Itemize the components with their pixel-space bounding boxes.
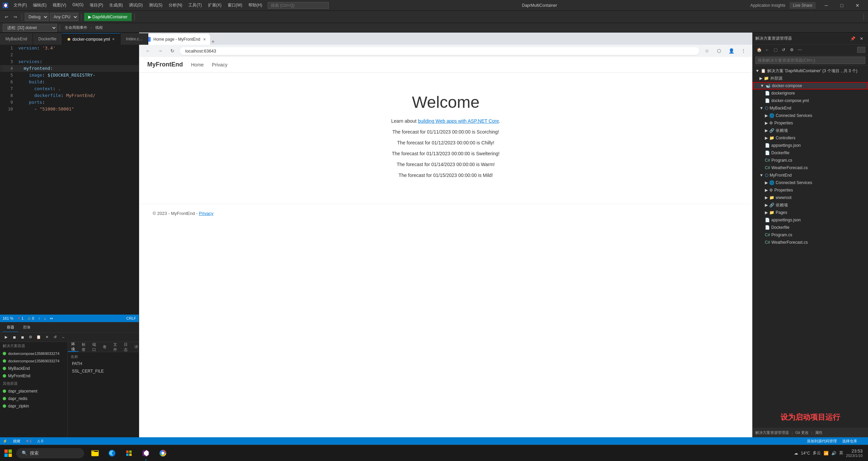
menu-git[interactable]: Git(G) xyxy=(70,2,86,9)
nav-link-home[interactable]: Home xyxy=(191,62,204,67)
se-search-small[interactable] xyxy=(857,47,865,53)
undo-btn[interactable]: ↩ xyxy=(3,13,10,21)
se-mybackend-properties[interactable]: ▶ ⚙ Properties xyxy=(753,119,868,127)
se-search-input[interactable] xyxy=(755,57,865,64)
refresh-btn[interactable]: ↺ xyxy=(52,334,58,341)
se-pin-btn[interactable]: 📌 xyxy=(849,35,856,42)
tab-containers[interactable]: 容器 xyxy=(3,323,18,332)
se-myfrontend-dockerfile[interactable]: 📄 Dockerfile xyxy=(753,224,868,231)
se-mybackend-project[interactable]: ▼ ⬡ MyBackEnd xyxy=(753,104,868,112)
nav-link-privacy[interactable]: Privacy xyxy=(212,62,227,67)
copy-btn[interactable]: 📋 xyxy=(35,334,42,341)
se-mybackend-dockerfile[interactable]: 📄 Dockerfile xyxy=(753,149,868,157)
tab-files[interactable]: 文件 xyxy=(110,342,120,352)
address-bar[interactable] xyxy=(180,47,699,55)
minimize-button[interactable]: ─ xyxy=(818,0,834,11)
refresh-button[interactable]: ↻ xyxy=(168,46,177,56)
bookmark-button[interactable]: ☆ xyxy=(702,46,712,56)
cpu-dropdown[interactable]: Any CPU xyxy=(50,13,78,21)
se-home-btn[interactable]: 🏠 xyxy=(755,46,763,54)
se-more-btn[interactable]: ⋯ xyxy=(796,46,804,54)
se-mybackend-program[interactable]: C# Program.cs xyxy=(753,157,868,164)
taskbar-edge[interactable] xyxy=(104,445,120,461)
se-dockerignore[interactable]: 📄 dockerignore xyxy=(753,89,868,97)
taskbar-visual-studio[interactable] xyxy=(138,445,154,461)
menu-help[interactable]: 帮助(H) xyxy=(246,2,265,9)
stop-container-btn[interactable]: ⏹ xyxy=(11,334,18,341)
se-myfrontend-deps[interactable]: ▶ 🔗 依赖项 xyxy=(753,201,868,209)
taskbar-chrome[interactable] xyxy=(155,445,171,461)
stop-all-btn[interactable]: ⏹ xyxy=(19,334,26,341)
start-btn[interactable]: ▶ DaprMultiContainer xyxy=(84,13,132,21)
menu-tools[interactable]: 工具(T) xyxy=(186,2,204,9)
menu-view[interactable]: 视图(V) xyxy=(50,2,69,9)
live-share-label[interactable]: Live Share xyxy=(790,2,816,9)
new-tab-button[interactable]: + xyxy=(211,39,214,45)
env-row-ssl[interactable]: SSL_CERT_FILE xyxy=(71,367,136,375)
close-panel-btn[interactable]: ✕ xyxy=(43,334,50,341)
search-input[interactable] xyxy=(268,2,329,9)
settings-btn[interactable]: ⚙ xyxy=(27,334,34,341)
menu-bar[interactable]: 文件(F) 编辑(E) 视图(V) Git(G) 项目(P) 生成(B) 调试(… xyxy=(11,2,265,9)
close-button[interactable]: ✕ xyxy=(850,0,865,11)
next-btn[interactable]: → xyxy=(60,334,67,341)
browser-tab-close[interactable]: ✕ xyxy=(203,37,206,42)
se-mybackend-controllers[interactable]: ▶ 📁 Controllers xyxy=(753,134,868,142)
se-footer-tab-2[interactable]: Git 更改 xyxy=(795,430,809,435)
menu-analyze[interactable]: 分析(N) xyxy=(166,2,185,9)
forward-button[interactable]: → xyxy=(155,46,165,56)
menu-window[interactable]: 窗口(W) xyxy=(225,2,245,9)
menu-button[interactable]: ⋮ xyxy=(739,46,748,56)
browser-tab-homepage[interactable]: Home page - MyFrontEnd ✕ xyxy=(142,34,210,45)
se-mybackend-connected[interactable]: ▶ 🌐 Connected Services xyxy=(753,112,868,119)
se-myfrontend-pages[interactable]: ▶ 📁 Pages xyxy=(753,209,868,216)
se-footer-tab-1[interactable]: 解决方案资源管理器 xyxy=(755,430,789,435)
tab-logs[interactable]: 日志 xyxy=(120,342,131,352)
container-item-dapr-zipkin[interactable]: dapr_zipkin xyxy=(0,402,68,410)
menu-project[interactable]: 项目(P) xyxy=(87,2,106,9)
se-mybackend-weatherforecast[interactable]: C# WeatherForecast.cs xyxy=(753,164,868,172)
taskbar-file-explorer[interactable] xyxy=(87,445,103,461)
se-close-btn[interactable]: ✕ xyxy=(858,35,865,42)
profile-button[interactable]: 👤 xyxy=(727,46,736,56)
back-button[interactable]: ← xyxy=(143,46,153,56)
se-myfrontend-weatherforecast[interactable]: C# WeatherForecast.cs xyxy=(753,239,868,246)
code-editor[interactable]: 1 version: '3.4' 2 3 services: 4 myfront… xyxy=(0,45,139,315)
se-myfrontend-program[interactable]: C# Program.cs xyxy=(753,231,868,239)
tab-env[interactable]: 环境 xyxy=(68,342,78,352)
taskbar-search[interactable]: 🔍 搜索 xyxy=(16,448,84,458)
se-myfrontend-project[interactable]: ▼ ⬡ MyFrontEnd xyxy=(753,172,868,179)
se-myfrontend-wwwroot[interactable]: ▶ 📁 wwwroot xyxy=(753,194,868,201)
se-footer-tab-3[interactable]: 属性 xyxy=(815,430,823,435)
start-button[interactable] xyxy=(0,445,16,461)
redo-btn[interactable]: ↪ xyxy=(12,13,19,21)
se-settings-btn[interactable]: ⚙ xyxy=(788,46,795,54)
tab-index[interactable]: Index.c... xyxy=(120,33,148,45)
footer-privacy-link[interactable]: Privacy xyxy=(199,211,213,216)
menu-test[interactable]: 测试(S) xyxy=(146,2,165,9)
app-insights-label[interactable]: Application Insights xyxy=(750,3,785,8)
add-to-source-control[interactable]: 添加到源代码管理 xyxy=(807,439,837,444)
container-item-mybackend[interactable]: MyBackEnd xyxy=(0,365,68,372)
debug-dropdown[interactable]: Debug xyxy=(25,13,49,21)
se-docker-compose-node[interactable]: ▼ 🐋 docker-compose xyxy=(753,82,868,89)
tab-details[interactable]: 详 xyxy=(131,342,139,352)
select-repo[interactable]: 选择仓库 xyxy=(842,439,857,444)
start-container-btn[interactable]: ▶ xyxy=(3,334,10,341)
se-external-sources[interactable]: ▶ 📁 外部源 xyxy=(753,75,868,82)
tab-docker-compose[interactable]: docker-compose.yml ✕ xyxy=(62,33,120,45)
se-filter-btn[interactable]: ⬚ xyxy=(772,46,779,54)
menu-build[interactable]: 生成(B) xyxy=(107,2,126,9)
thread-btn[interactable]: 线程 xyxy=(93,24,105,32)
menu-file[interactable]: 文件(F) xyxy=(11,2,30,9)
se-myfrontend-properties[interactable]: ▶ ⚙ Properties xyxy=(753,186,868,194)
container-item-dapr-placement[interactable]: dapr_placement xyxy=(0,387,68,395)
menu-debug[interactable]: 调试(D) xyxy=(126,2,146,9)
tab-volumes[interactable]: 卷 xyxy=(99,342,110,352)
se-docker-compose-yml[interactable]: 📄 docker-compose.yml xyxy=(753,97,868,104)
container-item-dapr-redis[interactable]: dapr_redis xyxy=(0,395,68,402)
maximize-button[interactable]: □ xyxy=(834,0,850,11)
container-item-2[interactable]: dockercompose135869033274 xyxy=(0,357,68,365)
menu-edit[interactable]: 编辑(E) xyxy=(30,2,49,9)
tab-close-icon[interactable]: ✕ xyxy=(112,37,115,41)
